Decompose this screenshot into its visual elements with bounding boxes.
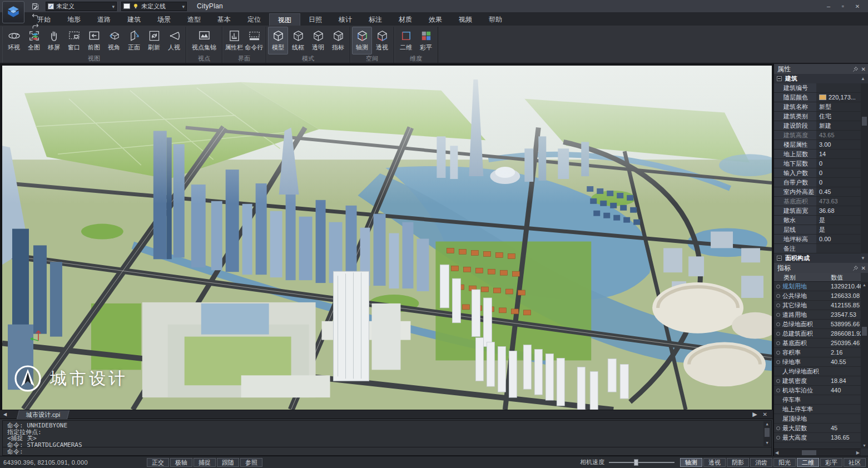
- ribbon-button[interactable]: 命令行: [244, 27, 264, 54]
- indicator-row[interactable]: 基底面积 250395.46: [774, 338, 861, 348]
- quick-access-button[interactable]: [29, 21, 41, 31]
- status-mode-button[interactable]: 社区: [844, 458, 866, 467]
- ribbon-tab[interactable]: 核计: [330, 13, 360, 26]
- checkbox-checked-icon[interactable]: ✓: [48, 3, 54, 9]
- scroll-down-icon[interactable]: ▼: [862, 442, 866, 449]
- property-row[interactable]: 建设阶段 新建: [774, 121, 861, 131]
- close-button[interactable]: [851, 2, 864, 11]
- ribbon-tab[interactable]: 地形: [59, 13, 89, 26]
- chevron-down-icon[interactable]: [182, 3, 185, 9]
- indicator-row[interactable]: 机动车泊位 440: [774, 386, 861, 395]
- document-tab[interactable]: 城市设计.cpi: [17, 410, 70, 419]
- property-row[interactable]: 基底面积 473.63: [774, 197, 861, 206]
- ribbon-button[interactable]: 属性栏: [224, 27, 244, 54]
- chevron-down-icon[interactable]: [112, 3, 115, 9]
- status-toggle-button[interactable]: 正交: [147, 458, 169, 467]
- property-row[interactable]: 建筑高度 43.65: [774, 131, 861, 140]
- property-value[interactable]: 0: [816, 168, 861, 177]
- section-header-area[interactable]: 面积构成 ▼: [774, 253, 868, 263]
- scroll-down-icon[interactable]: ▼: [861, 256, 865, 261]
- property-value[interactable]: 新建: [816, 121, 861, 130]
- indicator-row[interactable]: 绿地率 40.55: [774, 357, 861, 367]
- indicators-scrollbar[interactable]: ▲ ▼: [861, 282, 868, 449]
- ribbon-tab[interactable]: 材质: [390, 13, 420, 26]
- status-toggle-button[interactable]: 极轴: [170, 458, 192, 467]
- properties-scrollbar[interactable]: [861, 83, 868, 253]
- scroll-left-icon[interactable]: ◀: [775, 450, 778, 455]
- property-row[interactable]: 层线 是: [774, 225, 861, 235]
- ribbon-tab[interactable]: 标注: [360, 13, 390, 26]
- ribbon-tab[interactable]: 造型: [179, 13, 209, 26]
- ribbon-tab[interactable]: 效果: [420, 13, 450, 26]
- indicator-row[interactable]: 建筑密度 18.84: [774, 376, 861, 386]
- collapse-icon[interactable]: [777, 256, 782, 261]
- tab-scroll-right-icon[interactable]: [752, 411, 757, 418]
- status-mode-button[interactable]: 阳光: [773, 458, 796, 467]
- minimize-button[interactable]: [822, 2, 835, 11]
- ribbon-button[interactable]: 二维: [396, 27, 416, 54]
- status-mode-button[interactable]: 消齿: [750, 458, 772, 467]
- property-row[interactable]: 地上层数 14: [774, 150, 861, 159]
- property-value[interactable]: 0.00: [816, 235, 861, 243]
- scrollbar-thumb[interactable]: [862, 327, 867, 336]
- ribbon-tab[interactable]: 建筑: [119, 13, 149, 26]
- ribbon-button[interactable]: 线框: [288, 27, 308, 54]
- indicators-hscrollbar[interactable]: ◀ ▶: [774, 449, 861, 456]
- property-value[interactable]: 0: [816, 159, 861, 168]
- scroll-up-icon[interactable]: ▲: [766, 421, 768, 427]
- property-row[interactable]: 室内外高差 0.45: [774, 187, 861, 197]
- linetype-dropdown[interactable]: 未定义线: [121, 2, 187, 11]
- property-value[interactable]: [816, 83, 861, 92]
- property-value[interactable]: 473.63: [816, 197, 861, 206]
- property-row[interactable]: 自带户数 0: [774, 178, 861, 187]
- slider-track[interactable]: [609, 462, 674, 463]
- status-mode-button[interactable]: 彩平: [820, 458, 842, 467]
- property-value[interactable]: [816, 244, 861, 253]
- ribbon-tab[interactable]: 视频: [450, 13, 480, 26]
- property-value[interactable]: 新型: [816, 102, 861, 111]
- property-value[interactable]: 住宅: [816, 112, 861, 121]
- ribbon-button[interactable]: 环视: [4, 27, 24, 54]
- collapse-icon[interactable]: [777, 76, 782, 81]
- status-mode-button[interactable]: 二维: [797, 458, 819, 467]
- scroll-right-icon[interactable]: ▶: [856, 450, 860, 455]
- scroll-up-icon[interactable]: ▲: [862, 282, 866, 288]
- indicator-row[interactable]: 容积率 2.16: [774, 348, 861, 357]
- scroll-up-icon[interactable]: ▲: [861, 76, 865, 81]
- indicator-row[interactable]: 总建筑面积 2866081.92: [774, 329, 861, 338]
- ribbon-tab[interactable]: 场景: [149, 13, 179, 26]
- property-value[interactable]: 是: [816, 225, 861, 234]
- ribbon-tab[interactable]: 日照: [300, 13, 330, 26]
- property-value[interactable]: 是: [816, 216, 861, 225]
- color-swatch[interactable]: [819, 94, 826, 100]
- ribbon-tab[interactable]: 视图: [269, 13, 300, 26]
- section-header-building[interactable]: 建筑 ▲: [774, 74, 868, 83]
- tab-close-icon[interactable]: [763, 411, 767, 418]
- indicator-row[interactable]: 最大层数 45: [774, 424, 861, 433]
- property-row[interactable]: 建筑面宽 36.68: [774, 206, 861, 216]
- status-mode-button[interactable]: 阴影: [727, 458, 749, 467]
- ribbon-button[interactable]: 移屏: [44, 27, 64, 54]
- ribbon-tab[interactable]: 定位: [239, 13, 269, 26]
- status-toggle-button[interactable]: 跟随: [217, 458, 239, 467]
- status-mode-button[interactable]: 透视: [703, 458, 726, 467]
- app-menu-button[interactable]: [2, 1, 24, 23]
- quick-access-button[interactable]: [29, 11, 41, 21]
- ribbon-button[interactable]: 轴测: [352, 27, 372, 54]
- property-value[interactable]: 0.45: [816, 187, 861, 196]
- indicator-row[interactable]: 规划用地 1329210.40: [774, 282, 861, 291]
- camera-speed-slider[interactable]: [609, 459, 674, 466]
- indicator-row[interactable]: 人均绿地面积: [774, 367, 861, 376]
- quick-access-button[interactable]: [29, 31, 41, 41]
- property-row[interactable]: 随层颜色 220,173...: [774, 93, 861, 102]
- property-row[interactable]: 建筑编号: [774, 83, 861, 93]
- ribbon-button[interactable]: 彩平: [416, 27, 436, 54]
- property-value[interactable]: 43.65: [816, 131, 861, 140]
- ribbon-tab[interactable]: 基本: [209, 13, 239, 26]
- scrollbar-thumb[interactable]: [802, 450, 816, 455]
- command-history[interactable]: ▲ ▼ 命令: UNHIDEBYONE 指定拉伸点: <捕捉 关> 命令: ST…: [2, 420, 772, 447]
- status-toggle-button[interactable]: 捕捉: [194, 458, 216, 467]
- indicator-row[interactable]: 公共绿地 126633.08: [774, 291, 861, 301]
- scrollbar-thumb[interactable]: [862, 117, 867, 126]
- ribbon-tab[interactable]: 帮助: [480, 13, 510, 26]
